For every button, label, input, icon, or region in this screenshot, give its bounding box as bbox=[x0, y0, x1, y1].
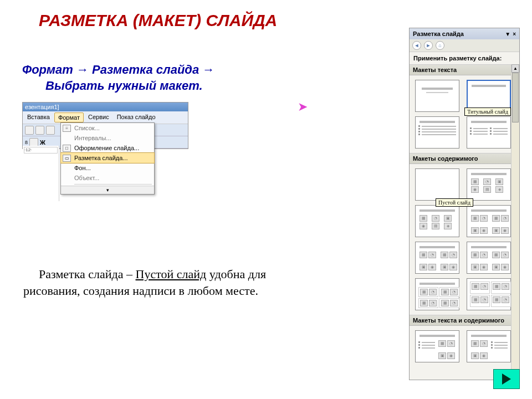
toolbar-icon[interactable] bbox=[46, 126, 55, 135]
toolbar-icon[interactable] bbox=[35, 126, 44, 135]
layout-content-v2[interactable]: ▦◔▣◉▦◔▣◉ bbox=[467, 242, 511, 274]
menu-item-insert[interactable]: Вставка bbox=[24, 112, 53, 122]
dd-item-design[interactable]: □Оформление слайда... bbox=[61, 143, 154, 153]
dd-item-background[interactable]: Фон... bbox=[61, 163, 154, 173]
bold-button[interactable]: Ж bbox=[40, 139, 45, 146]
section-content-layouts: Макеты содержимого bbox=[410, 153, 519, 164]
menu-item-tools[interactable]: Сервис bbox=[85, 112, 112, 122]
layout-text-content[interactable]: ▦◔▣◉ bbox=[415, 330, 459, 362]
pane-scrollbar[interactable]: ▲ ▼ bbox=[511, 64, 519, 380]
dd-item-object[interactable]: Объект... bbox=[61, 173, 154, 183]
dd-expand-icon[interactable]: ▾ bbox=[61, 186, 154, 194]
pane-close-icon[interactable]: × bbox=[513, 31, 516, 37]
section-text-layouts: Макеты текста bbox=[410, 64, 519, 75]
layout-content-text[interactable]: ▦◔▣◉ bbox=[467, 330, 511, 362]
apply-label: Применить разметку слайда: bbox=[410, 52, 519, 64]
dd-item-layout[interactable]: ▭Разметка слайда... bbox=[60, 152, 155, 163]
scroll-up-icon[interactable]: ▲ bbox=[511, 64, 519, 73]
layout-title-slide[interactable] bbox=[415, 80, 459, 112]
format-dropdown: ≡Список... Интервалы... □Оформление слай… bbox=[60, 122, 155, 195]
page-title: РАЗМЕТКА (МАКЕТ) СЛАЙДА bbox=[39, 11, 277, 30]
pane-title: Разметка слайда bbox=[413, 30, 464, 37]
menu-item-slideshow[interactable]: Показ слайдо bbox=[114, 112, 159, 122]
toolbar-icon[interactable] bbox=[25, 126, 34, 135]
layout-content-v[interactable]: ▦◔▣◉▦◔▣◉ bbox=[415, 242, 459, 274]
dd-item-intervals[interactable]: Интервалы... bbox=[61, 133, 154, 143]
pane-header: Разметка слайда ▼ × bbox=[410, 28, 519, 39]
layout-4content[interactable]: ▦◔▦◔▦◔▦◔ bbox=[415, 278, 459, 310]
description-text: Разметка слайда – Пустой слайд удобна дл… bbox=[23, 266, 278, 299]
scroll-thumb[interactable] bbox=[512, 73, 519, 122]
menu-item-format[interactable]: Формат bbox=[54, 112, 84, 122]
tooltip-title-slide: Титульный слайд bbox=[464, 108, 511, 116]
menu-screenshot: езентация1] Вставка Формат Сервис Показ … bbox=[22, 102, 188, 149]
layout-blank[interactable] bbox=[415, 168, 459, 201]
cursor-icon: ➤ bbox=[298, 100, 308, 114]
layout-4content-2[interactable]: ▦◔▦◔▦◔▦◔ bbox=[467, 278, 511, 310]
pane-nav: ◄ ► ⌂ bbox=[410, 39, 519, 52]
nav-home-icon[interactable]: ⌂ bbox=[436, 41, 444, 50]
dd-item-list[interactable]: ≡Список... bbox=[61, 123, 154, 133]
next-button[interactable] bbox=[493, 369, 520, 389]
layout-content-2[interactable]: ▦◔▣◉▤◈ bbox=[415, 205, 459, 237]
nav-forward-icon[interactable]: ► bbox=[424, 41, 433, 50]
layout-content[interactable]: ▦◔▣◉▤◈ bbox=[467, 168, 511, 201]
section-text-content-layouts: Макеты текста и содержимого bbox=[410, 315, 519, 326]
window-titlebar: езентация1] bbox=[23, 103, 188, 111]
layout-title-2text[interactable] bbox=[467, 116, 511, 149]
tooltip-blank-slide: Пустой слайд bbox=[436, 198, 473, 207]
layout-2content[interactable]: ▦◔▣◉▦◔▣◉ bbox=[467, 205, 511, 237]
nav-back-icon[interactable]: ◄ bbox=[412, 41, 421, 50]
pane-dropdown-icon[interactable]: ▼ bbox=[505, 31, 510, 37]
layout-title-text[interactable] bbox=[415, 116, 459, 149]
ruler: ·12· bbox=[23, 146, 59, 201]
instruction-text: Формат → Разметка слайда → Выбрать нужны… bbox=[22, 62, 266, 94]
